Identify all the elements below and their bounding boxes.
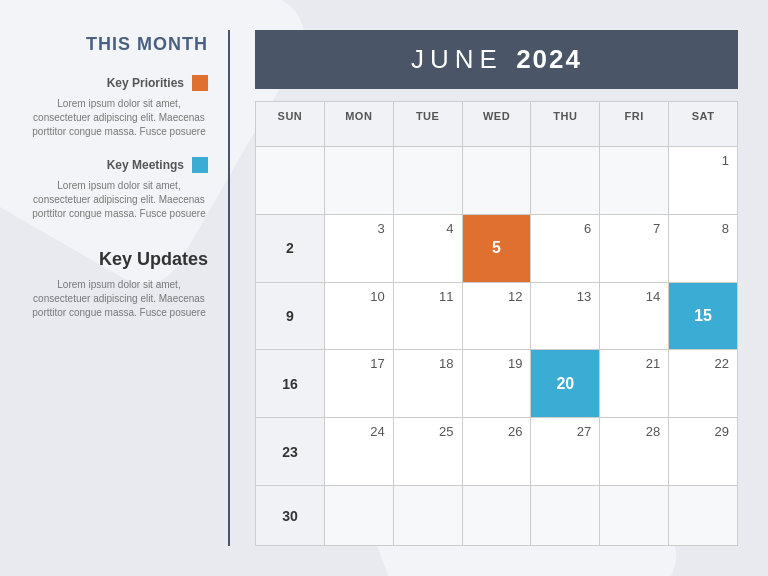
day-cell-1: 1 (669, 147, 738, 215)
day-cell-empty-4 (463, 147, 532, 215)
day-cell-13: 13 (531, 283, 600, 351)
day-cell-19: 19 (463, 350, 532, 418)
day-cell-23: 23 (256, 418, 325, 486)
day-cell-empty-2 (325, 147, 394, 215)
day-cell-28: 28 (600, 418, 669, 486)
priorities-section: Key Priorities Lorem ipsum dolor sit ame… (30, 75, 208, 139)
day-cell-empty-6 (600, 147, 669, 215)
day-cell-empty-w6-7 (669, 486, 738, 546)
calendar-area: JUNE 2024 SUN MON TUE WED THU FRI SAT 1 … (230, 30, 738, 546)
day-cell-3: 3 (325, 215, 394, 283)
day-cell-15: 15 (669, 283, 738, 351)
day-cell-21: 21 (600, 350, 669, 418)
day-header-sat: SAT (669, 102, 738, 147)
day-cell-11: 11 (394, 283, 463, 351)
day-header-mon: MON (325, 102, 394, 147)
day-cell-20: 20 (531, 350, 600, 418)
day-cell-8: 8 (669, 215, 738, 283)
day-cell-27: 27 (531, 418, 600, 486)
day-cell-9: 9 (256, 283, 325, 351)
day-cell-29: 29 (669, 418, 738, 486)
this-month-title: THIS MONTH (30, 34, 208, 55)
priorities-label: Key Priorities (107, 76, 184, 90)
day-cell-22: 22 (669, 350, 738, 418)
updates-text: Lorem ipsum dolor sit amet, consectetuer… (30, 278, 208, 320)
month-label: JUNE (411, 44, 503, 74)
day-cell-empty-w6-5 (531, 486, 600, 546)
day-cell-7: 7 (600, 215, 669, 283)
updates-title: Key Updates (30, 249, 208, 270)
main-container: THIS MONTH Key Priorities Lorem ipsum do… (0, 0, 768, 576)
day-cell-6: 6 (531, 215, 600, 283)
priorities-color-box (192, 75, 208, 91)
year-label: 2024 (516, 44, 582, 74)
day-cell-10: 10 (325, 283, 394, 351)
day-header-thu: THU (531, 102, 600, 147)
day-cell-12: 12 (463, 283, 532, 351)
day-header-fri: FRI (600, 102, 669, 147)
day-cell-empty-1 (256, 147, 325, 215)
day-cell-empty-w6-3 (394, 486, 463, 546)
day-cell-empty-w6-2 (325, 486, 394, 546)
day-cell-2: 2 (256, 215, 325, 283)
meetings-section: Key Meetings Lorem ipsum dolor sit amet,… (30, 157, 208, 221)
priorities-label-row: Key Priorities (30, 75, 208, 91)
day-cell-empty-w6-4 (463, 486, 532, 546)
sidebar: THIS MONTH Key Priorities Lorem ipsum do… (30, 30, 230, 546)
meetings-color-box (192, 157, 208, 173)
updates-section: Key Updates Lorem ipsum dolor sit amet, … (30, 249, 208, 320)
day-header-sun: SUN (256, 102, 325, 147)
day-cell-14: 14 (600, 283, 669, 351)
day-cell-4: 4 (394, 215, 463, 283)
meetings-label: Key Meetings (107, 158, 184, 172)
day-cell-26: 26 (463, 418, 532, 486)
day-cell-16: 16 (256, 350, 325, 418)
day-cell-empty-3 (394, 147, 463, 215)
day-header-tue: TUE (394, 102, 463, 147)
meetings-label-row: Key Meetings (30, 157, 208, 173)
day-header-wed: WED (463, 102, 532, 147)
day-cell-17: 17 (325, 350, 394, 418)
day-cell-25: 25 (394, 418, 463, 486)
day-cell-empty-w6-6 (600, 486, 669, 546)
calendar-header: JUNE 2024 (255, 30, 738, 89)
day-cell-5: 5 (463, 215, 532, 283)
day-cell-18: 18 (394, 350, 463, 418)
priorities-text: Lorem ipsum dolor sit amet, consectetuer… (30, 97, 208, 139)
meetings-text: Lorem ipsum dolor sit amet, consectetuer… (30, 179, 208, 221)
day-cell-24: 24 (325, 418, 394, 486)
day-cell-30: 30 (256, 486, 325, 546)
calendar-grid: SUN MON TUE WED THU FRI SAT 1 2 3 4 5 6 … (255, 101, 738, 546)
day-cell-empty-5 (531, 147, 600, 215)
